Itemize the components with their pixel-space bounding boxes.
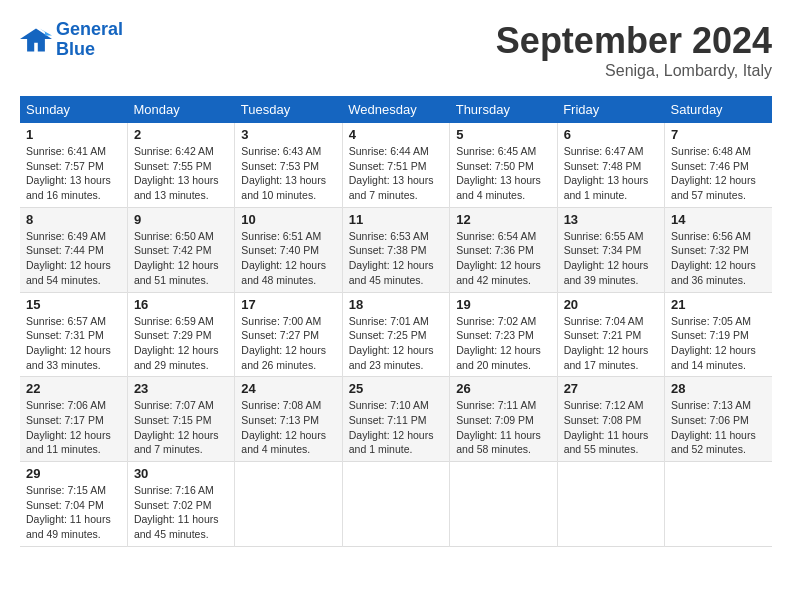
week-row-3: 15Sunrise: 6:57 AMSunset: 7:31 PMDayligh… bbox=[20, 292, 772, 377]
calendar-cell: 8Sunrise: 6:49 AMSunset: 7:44 PMDaylight… bbox=[20, 207, 127, 292]
calendar-cell: 23Sunrise: 7:07 AMSunset: 7:15 PMDayligh… bbox=[127, 377, 234, 462]
calendar-cell: 17Sunrise: 7:00 AMSunset: 7:27 PMDayligh… bbox=[235, 292, 342, 377]
day-number: 20 bbox=[564, 297, 658, 312]
day-number: 19 bbox=[456, 297, 550, 312]
cell-info: Sunrise: 6:49 AMSunset: 7:44 PMDaylight:… bbox=[26, 230, 111, 286]
calendar-cell bbox=[665, 462, 772, 547]
month-title: September 2024 bbox=[496, 20, 772, 62]
day-number: 15 bbox=[26, 297, 121, 312]
calendar-cell: 1Sunrise: 6:41 AMSunset: 7:57 PMDaylight… bbox=[20, 123, 127, 207]
calendar-cell: 12Sunrise: 6:54 AMSunset: 7:36 PMDayligh… bbox=[450, 207, 557, 292]
cell-info: Sunrise: 7:08 AMSunset: 7:13 PMDaylight:… bbox=[241, 399, 326, 455]
calendar-cell: 6Sunrise: 6:47 AMSunset: 7:48 PMDaylight… bbox=[557, 123, 664, 207]
day-number: 22 bbox=[26, 381, 121, 396]
calendar-cell: 9Sunrise: 6:50 AMSunset: 7:42 PMDaylight… bbox=[127, 207, 234, 292]
calendar-cell: 19Sunrise: 7:02 AMSunset: 7:23 PMDayligh… bbox=[450, 292, 557, 377]
day-number: 17 bbox=[241, 297, 335, 312]
calendar-cell: 3Sunrise: 6:43 AMSunset: 7:53 PMDaylight… bbox=[235, 123, 342, 207]
calendar-cell: 7Sunrise: 6:48 AMSunset: 7:46 PMDaylight… bbox=[665, 123, 772, 207]
week-row-1: 1Sunrise: 6:41 AMSunset: 7:57 PMDaylight… bbox=[20, 123, 772, 207]
day-number: 27 bbox=[564, 381, 658, 396]
cell-info: Sunrise: 7:10 AMSunset: 7:11 PMDaylight:… bbox=[349, 399, 434, 455]
cell-info: Sunrise: 7:04 AMSunset: 7:21 PMDaylight:… bbox=[564, 315, 649, 371]
cell-info: Sunrise: 7:07 AMSunset: 7:15 PMDaylight:… bbox=[134, 399, 219, 455]
col-header-thursday: Thursday bbox=[450, 96, 557, 123]
logo-text-top: General bbox=[56, 20, 123, 40]
calendar-cell: 11Sunrise: 6:53 AMSunset: 7:38 PMDayligh… bbox=[342, 207, 449, 292]
day-number: 14 bbox=[671, 212, 766, 227]
calendar-cell: 10Sunrise: 6:51 AMSunset: 7:40 PMDayligh… bbox=[235, 207, 342, 292]
day-number: 12 bbox=[456, 212, 550, 227]
calendar-cell: 4Sunrise: 6:44 AMSunset: 7:51 PMDaylight… bbox=[342, 123, 449, 207]
calendar-cell: 22Sunrise: 7:06 AMSunset: 7:17 PMDayligh… bbox=[20, 377, 127, 462]
logo-icon bbox=[20, 26, 52, 54]
calendar-cell: 13Sunrise: 6:55 AMSunset: 7:34 PMDayligh… bbox=[557, 207, 664, 292]
week-row-5: 29Sunrise: 7:15 AMSunset: 7:04 PMDayligh… bbox=[20, 462, 772, 547]
day-number: 24 bbox=[241, 381, 335, 396]
header-row: SundayMondayTuesdayWednesdayThursdayFrid… bbox=[20, 96, 772, 123]
day-number: 7 bbox=[671, 127, 766, 142]
calendar-cell: 14Sunrise: 6:56 AMSunset: 7:32 PMDayligh… bbox=[665, 207, 772, 292]
day-number: 11 bbox=[349, 212, 443, 227]
page-header: General Blue September 2024 Seniga, Lomb… bbox=[20, 20, 772, 80]
cell-info: Sunrise: 7:00 AMSunset: 7:27 PMDaylight:… bbox=[241, 315, 326, 371]
calendar-cell: 30Sunrise: 7:16 AMSunset: 7:02 PMDayligh… bbox=[127, 462, 234, 547]
calendar-cell bbox=[342, 462, 449, 547]
calendar-cell bbox=[235, 462, 342, 547]
day-number: 2 bbox=[134, 127, 228, 142]
day-number: 13 bbox=[564, 212, 658, 227]
location-subtitle: Seniga, Lombardy, Italy bbox=[496, 62, 772, 80]
day-number: 29 bbox=[26, 466, 121, 481]
logo-text-bottom: Blue bbox=[56, 40, 123, 60]
day-number: 30 bbox=[134, 466, 228, 481]
cell-info: Sunrise: 6:53 AMSunset: 7:38 PMDaylight:… bbox=[349, 230, 434, 286]
calendar-cell: 25Sunrise: 7:10 AMSunset: 7:11 PMDayligh… bbox=[342, 377, 449, 462]
calendar-table: SundayMondayTuesdayWednesdayThursdayFrid… bbox=[20, 96, 772, 547]
calendar-cell: 21Sunrise: 7:05 AMSunset: 7:19 PMDayligh… bbox=[665, 292, 772, 377]
day-number: 10 bbox=[241, 212, 335, 227]
cell-info: Sunrise: 6:47 AMSunset: 7:48 PMDaylight:… bbox=[564, 145, 649, 201]
cell-info: Sunrise: 7:01 AMSunset: 7:25 PMDaylight:… bbox=[349, 315, 434, 371]
calendar-cell: 20Sunrise: 7:04 AMSunset: 7:21 PMDayligh… bbox=[557, 292, 664, 377]
cell-info: Sunrise: 6:54 AMSunset: 7:36 PMDaylight:… bbox=[456, 230, 541, 286]
calendar-cell: 26Sunrise: 7:11 AMSunset: 7:09 PMDayligh… bbox=[450, 377, 557, 462]
calendar-cell: 29Sunrise: 7:15 AMSunset: 7:04 PMDayligh… bbox=[20, 462, 127, 547]
cell-info: Sunrise: 6:59 AMSunset: 7:29 PMDaylight:… bbox=[134, 315, 219, 371]
logo: General Blue bbox=[20, 20, 123, 60]
cell-info: Sunrise: 7:13 AMSunset: 7:06 PMDaylight:… bbox=[671, 399, 756, 455]
day-number: 23 bbox=[134, 381, 228, 396]
day-number: 28 bbox=[671, 381, 766, 396]
cell-info: Sunrise: 7:15 AMSunset: 7:04 PMDaylight:… bbox=[26, 484, 111, 540]
day-number: 6 bbox=[564, 127, 658, 142]
cell-info: Sunrise: 6:51 AMSunset: 7:40 PMDaylight:… bbox=[241, 230, 326, 286]
calendar-cell bbox=[450, 462, 557, 547]
day-number: 18 bbox=[349, 297, 443, 312]
calendar-cell: 2Sunrise: 6:42 AMSunset: 7:55 PMDaylight… bbox=[127, 123, 234, 207]
calendar-cell: 16Sunrise: 6:59 AMSunset: 7:29 PMDayligh… bbox=[127, 292, 234, 377]
calendar-cell: 28Sunrise: 7:13 AMSunset: 7:06 PMDayligh… bbox=[665, 377, 772, 462]
col-header-sunday: Sunday bbox=[20, 96, 127, 123]
day-number: 21 bbox=[671, 297, 766, 312]
cell-info: Sunrise: 6:55 AMSunset: 7:34 PMDaylight:… bbox=[564, 230, 649, 286]
cell-info: Sunrise: 6:43 AMSunset: 7:53 PMDaylight:… bbox=[241, 145, 326, 201]
cell-info: Sunrise: 6:57 AMSunset: 7:31 PMDaylight:… bbox=[26, 315, 111, 371]
week-row-2: 8Sunrise: 6:49 AMSunset: 7:44 PMDaylight… bbox=[20, 207, 772, 292]
cell-info: Sunrise: 7:16 AMSunset: 7:02 PMDaylight:… bbox=[134, 484, 219, 540]
col-header-tuesday: Tuesday bbox=[235, 96, 342, 123]
day-number: 3 bbox=[241, 127, 335, 142]
col-header-wednesday: Wednesday bbox=[342, 96, 449, 123]
day-number: 8 bbox=[26, 212, 121, 227]
cell-info: Sunrise: 7:05 AMSunset: 7:19 PMDaylight:… bbox=[671, 315, 756, 371]
week-row-4: 22Sunrise: 7:06 AMSunset: 7:17 PMDayligh… bbox=[20, 377, 772, 462]
cell-info: Sunrise: 7:12 AMSunset: 7:08 PMDaylight:… bbox=[564, 399, 649, 455]
calendar-cell bbox=[557, 462, 664, 547]
calendar-cell: 15Sunrise: 6:57 AMSunset: 7:31 PMDayligh… bbox=[20, 292, 127, 377]
day-number: 25 bbox=[349, 381, 443, 396]
cell-info: Sunrise: 6:42 AMSunset: 7:55 PMDaylight:… bbox=[134, 145, 219, 201]
col-header-saturday: Saturday bbox=[665, 96, 772, 123]
cell-info: Sunrise: 6:48 AMSunset: 7:46 PMDaylight:… bbox=[671, 145, 756, 201]
day-number: 4 bbox=[349, 127, 443, 142]
cell-info: Sunrise: 6:50 AMSunset: 7:42 PMDaylight:… bbox=[134, 230, 219, 286]
day-number: 1 bbox=[26, 127, 121, 142]
svg-marker-0 bbox=[20, 28, 52, 51]
